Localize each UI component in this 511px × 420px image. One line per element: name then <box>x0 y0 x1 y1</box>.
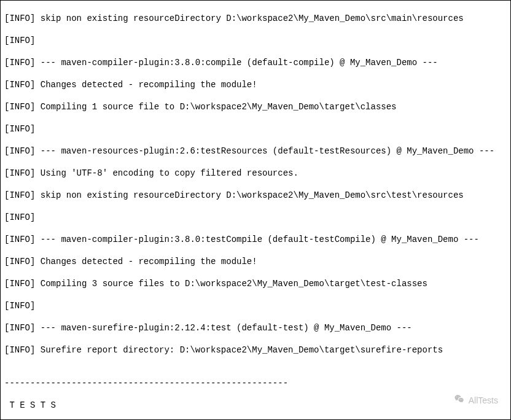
watermark: AllTests <box>454 394 498 407</box>
console-output: [INFO] skip non existing resourceDirecto… <box>1 1 510 420</box>
separator-line: ----------------------------------------… <box>4 378 507 389</box>
tests-header: T E S T S <box>4 400 507 411</box>
log-line: [INFO] Compiling 1 source file to D:\wor… <box>4 101 507 112</box>
log-line: [INFO] --- maven-resources-plugin:2.6:te… <box>4 146 507 157</box>
log-line: [INFO] <box>4 212 507 223</box>
watermark-text: AllTests <box>469 395 498 406</box>
log-line: [INFO] Using 'UTF-8' encoding to copy fi… <box>4 168 507 179</box>
log-line: [INFO] Changes detected - recompiling th… <box>4 256 507 267</box>
log-line: [INFO] --- maven-compiler-plugin:3.8.0:t… <box>4 234 507 245</box>
log-line: [INFO] <box>4 123 507 134</box>
log-line: [INFO] <box>4 300 507 311</box>
log-line: [INFO] --- maven-compiler-plugin:3.8.0:c… <box>4 57 507 68</box>
log-line: [INFO] Surefire report directory: D:\wor… <box>4 344 507 356</box>
log-line: [INFO] --- maven-surefire-plugin:2.12.4:… <box>4 322 507 333</box>
log-line: [INFO] Changes detected - recompiling th… <box>4 79 507 90</box>
log-line: [INFO] skip non existing resourceDirecto… <box>4 190 507 201</box>
wechat-icon <box>454 394 465 407</box>
log-line: [INFO] <box>4 35 507 46</box>
log-line: [INFO] skip non existing resourceDirecto… <box>4 13 507 24</box>
log-line: [INFO] Compiling 3 source files to D:\wo… <box>4 278 507 289</box>
